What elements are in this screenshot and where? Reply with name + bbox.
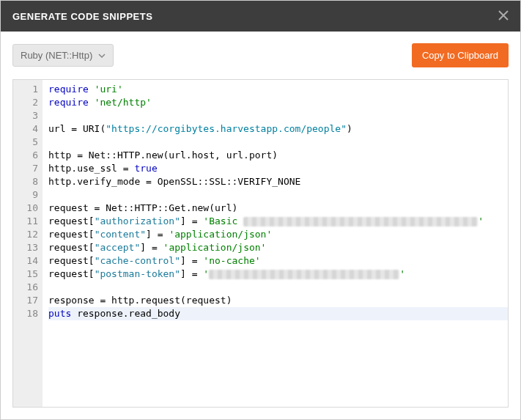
code-token: "accept" [95,242,141,253]
line-number: 6 [16,149,38,162]
line-number: 17 [16,294,38,307]
code-line: http = Net::HTTP.new(url.host, url.port) [48,149,508,162]
line-number: 18 [16,307,38,320]
line-number: 10 [16,202,38,215]
code-token: request[ [48,268,95,279]
code-token: ' [478,215,484,226]
line-number: 9 [16,188,38,202]
code-line [48,109,508,122]
code-token: request[ [48,255,95,266]
close-button[interactable] [498,10,509,23]
code-line: request["authorization"] = 'Basic ' [48,215,508,228]
code-line [48,281,508,294]
code-token: true [134,163,157,174]
code-token: response = http.request(request) [48,295,232,306]
code-token: 'application/json' [169,229,272,240]
code-line: require 'uri' [48,83,508,96]
code-token: request[ [48,242,95,253]
code-token: ' [399,268,405,279]
code-line: request["accept"] = 'application/json' [48,241,508,254]
code-token: "cache-control" [95,255,180,266]
code-line: require 'net/http' [48,96,508,109]
line-number: 5 [16,136,38,149]
code-token: url = URI( [48,123,106,134]
code-token: request[ [48,229,95,240]
redacted-token [243,217,478,226]
code-line: url = URI("https://corgibytes.harvestapp… [48,122,508,136]
code-token: require [48,97,95,108]
line-number: 14 [16,254,38,268]
line-number: 3 [16,109,38,122]
code-token: "postman-token" [95,268,180,279]
toolbar: Ruby (NET::Http) Copy to Clipboard [1,32,520,79]
line-number: 2 [16,96,38,109]
line-number: 11 [16,215,38,228]
code-line: request["cache-control"] = 'no-cache' [48,254,508,268]
code-token: request[ [48,215,95,226]
line-number: 15 [16,268,38,281]
code-line: request["content"] = 'application/json' [48,228,508,241]
code-token: http.use_ssl = [48,163,134,174]
line-number: 16 [16,281,38,294]
code-token: "authorization" [95,215,180,226]
code-token: ] = [180,255,203,266]
code-token: http = Net::HTTP.new(url.host, url.port) [48,150,278,161]
code-token: http.verify_mode = OpenSSL::SSL::VERIFY_… [48,176,300,187]
code-token: ' [203,268,209,279]
line-number: 1 [16,83,38,96]
code-token: ) [347,123,352,134]
code-token: ] = [180,215,203,226]
code-line: response = http.request(request) [48,294,508,307]
line-number-gutter: 123456789101112131415161718 [13,80,43,407]
copy-to-clipboard-button[interactable]: Copy to Clipboard [412,43,509,67]
code-line: http.verify_mode = OpenSSL::SSL::VERIFY_… [48,175,508,188]
close-icon [498,10,509,21]
code-line: request = Net::HTTP::Get.new(url) [48,202,508,215]
code-line: http.use_ssl = true [48,162,508,175]
modal-title: GENERATE CODE SNIPPETS [12,11,152,22]
chevron-down-icon [98,54,106,58]
line-number: 12 [16,228,38,241]
modal-header: GENERATE CODE SNIPPETS [1,1,520,32]
code-token: ] = [146,229,169,240]
code-token: 'application/json' [163,242,267,253]
code-line: puts response.read_body [48,307,508,320]
code-snippet-modal: GENERATE CODE SNIPPETS Ruby (NET::Http) … [0,0,521,420]
code-token: response.read_body [71,308,180,319]
code-token: 'no-cache' [203,255,260,266]
code-area[interactable]: require 'uri'require 'net/http' url = UR… [43,80,508,407]
line-number: 7 [16,162,38,175]
language-dropdown-label: Ruby (NET::Http) [21,50,92,61]
code-line [48,188,508,202]
code-line [48,136,508,149]
code-token: puts [48,308,71,319]
code-token: 'net/http' [95,97,152,108]
code-editor: 123456789101112131415161718 require 'uri… [12,79,509,408]
code-token: require [48,84,95,95]
code-token: 'uri' [95,84,123,95]
code-token: ] = [140,242,163,253]
code-token: "https://corgibytes.harvestapp.com/peopl… [106,123,347,134]
code-token: ] = [180,268,203,279]
line-number: 4 [16,122,38,136]
code-token: request = Net::HTTP::Get.new(url) [48,202,237,213]
line-number: 13 [16,241,38,254]
code-token: 'Basic [203,215,243,226]
code-line: request["postman-token"] = '' [48,268,508,281]
language-dropdown[interactable]: Ruby (NET::Http) [12,44,114,67]
line-number: 8 [16,175,38,188]
redacted-token [209,270,399,279]
code-token: "content" [95,229,146,240]
